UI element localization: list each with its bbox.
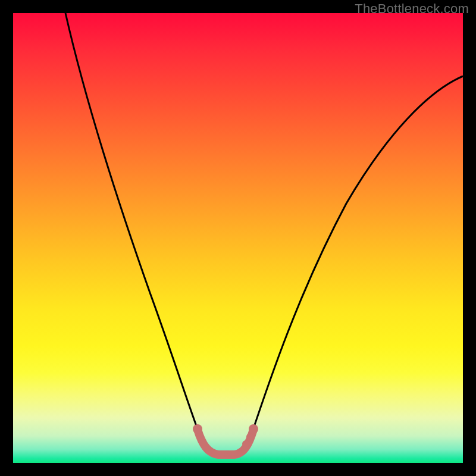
valley-dot-mid2	[246, 433, 253, 440]
watermark-text: TheBottleneck.com	[355, 1, 469, 17]
valley-dot-mid1	[242, 440, 249, 447]
right-curve	[251, 76, 463, 436]
valley-dot-right	[249, 424, 258, 434]
chart-plot-area	[13, 13, 463, 463]
chart-svg	[13, 13, 463, 463]
left-curve	[65, 13, 200, 436]
valley-dot-left	[193, 424, 202, 434]
